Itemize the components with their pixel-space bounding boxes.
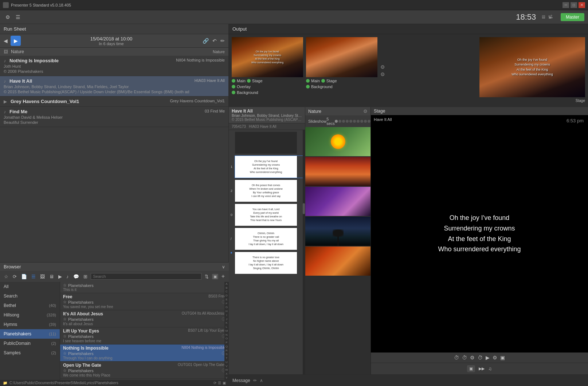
browser-image-button[interactable]: 🖼 — [39, 273, 46, 280]
alpha-c[interactable]: C — [226, 290, 228, 293]
dot-7[interactable] — [357, 120, 360, 123]
alpha-h[interactable]: H — [226, 310, 228, 313]
browser-history-button[interactable]: ⟳ — [12, 273, 18, 280]
slide-chorus[interactable]: 0 You can have it all, LordEvery part of… — [235, 204, 305, 226]
alpha-s[interactable]: S — [226, 352, 227, 356]
rs-item-find-me[interactable]: ♪ Find Me 03 Find Me Jonathan David & Me… — [0, 107, 228, 127]
browser-song-header[interactable]: ☆ Planetshakers This is it — [60, 282, 229, 293]
browser-cat-publicdomain[interactable]: PublicDomain (2) — [0, 339, 60, 348]
output-large-screen[interactable]: Oh the joy I've foundSurrendering my cro… — [479, 37, 585, 97]
list-icon[interactable]: ☰ — [14, 13, 22, 21]
grid-view-icon[interactable]: ▣ — [223, 381, 226, 385]
dot-5[interactable] — [349, 120, 352, 123]
slide-last[interactable]: There is no greater loveNo higher name a… — [235, 252, 305, 274]
close-button[interactable]: ✕ — [579, 2, 585, 8]
master-button[interactable]: Master — [561, 13, 584, 21]
browser-cat-planetshakers[interactable]: Planetshakers (11) — [0, 329, 60, 339]
alpha-l[interactable]: L — [226, 325, 227, 328]
browser-cat-samples[interactable]: Samples (2) — [0, 348, 60, 358]
alpha-j[interactable]: J — [226, 318, 227, 321]
dot-3[interactable] — [342, 120, 345, 123]
rs-section-nature[interactable]: 🖼 Nature Nature — [0, 48, 228, 56]
minimize-button[interactable]: ─ — [562, 2, 569, 8]
rs-play-button[interactable]: ▶ — [11, 36, 21, 46]
browser-sort-button[interactable]: ⇅ — [204, 273, 210, 280]
browser-cat-bethel[interactable]: Bethel (40) — [0, 301, 60, 310]
alpha-b[interactable]: B — [226, 286, 227, 290]
stage-timer1-btn[interactable]: ⏱ — [462, 355, 467, 361]
browser-song-free[interactable]: Free BS03 Free ☆ Planetshakers ⓘ You sav… — [60, 293, 229, 310]
output-screen2-main[interactable] — [306, 37, 377, 77]
rs-item-grey-havens[interactable]: ▶ Grey Havens Countdown_Vol1 Grey Havens… — [0, 96, 228, 107]
alpha-k[interactable]: K — [226, 321, 227, 324]
dot-2[interactable] — [338, 120, 341, 123]
browser-video-button[interactable]: ▶ — [57, 273, 63, 280]
alpha-o[interactable]: O — [226, 337, 228, 340]
message-expand-btn[interactable]: ∧ — [260, 378, 263, 383]
stage-config2-btn[interactable]: ⚙ — [493, 355, 497, 361]
browser-add-button[interactable]: + — [220, 272, 226, 280]
slide-1[interactable]: 1 Oh the joy I've foundSurrendering my c… — [235, 155, 305, 178]
star-icon-5[interactable]: ☆ — [63, 368, 67, 373]
alpha-m[interactable]: M — [226, 329, 228, 332]
nature-thumb-2[interactable] — [305, 157, 371, 186]
alpha-g[interactable]: G — [226, 306, 228, 309]
browser-screen-button[interactable]: 🖥 — [48, 273, 55, 280]
rs-edit-button[interactable]: ✏ — [220, 37, 226, 44]
browser-cat-hymns[interactable]: Hymns (39) — [0, 320, 60, 329]
adjust-icon-2[interactable]: ⚙ — [380, 71, 385, 77]
stage-present-btn[interactable]: ▣ — [467, 365, 475, 372]
browser-doc-button[interactable]: 📄 — [20, 273, 28, 280]
list-view-icon[interactable]: ☰ — [218, 381, 221, 385]
star-icon-3[interactable]: ☆ — [63, 334, 67, 339]
browser-star-button[interactable]: ☆ — [3, 273, 9, 280]
stage-clock-btn[interactable]: ⏱ — [454, 355, 459, 361]
alpha-n[interactable]: N — [226, 333, 228, 336]
browser-song-nothing-impossible[interactable]: Nothing Is Impossible NII04 Nothing is I… — [60, 344, 229, 362]
alpha-r[interactable]: R — [226, 349, 228, 352]
alpha-i[interactable]: I — [226, 314, 227, 317]
rs-item-have-it-all[interactable]: ♪ Have It All HIA03 Have It All Brian Jo… — [0, 76, 228, 96]
maximize-button[interactable]: □ — [571, 2, 577, 8]
star-icon-4[interactable]: ☆ — [63, 351, 67, 356]
stage-screen-btn[interactable]: ▣ — [500, 355, 505, 361]
star-icon-0[interactable]: ☆ — [63, 283, 67, 288]
browser-collapse-icon[interactable]: ∨ — [222, 264, 225, 269]
alpha-q[interactable]: Q — [226, 345, 228, 348]
dot-8[interactable] — [360, 120, 363, 123]
star-icon-2[interactable]: ☆ — [63, 317, 67, 322]
browser-song-lift-up[interactable]: Lift Up Your Eyes BS07 Lift Up Your Eyes… — [60, 327, 229, 344]
browser-chat-button[interactable]: 💬 — [72, 273, 80, 280]
alpha-u[interactable]: U — [226, 361, 228, 364]
nature-thumb-5[interactable] — [305, 247, 371, 276]
rs-link-button[interactable]: 🔗 — [202, 37, 209, 44]
browser-cat-search[interactable]: Search — [0, 291, 60, 301]
slide-bridge[interactable]: / Ohhhh, OhhhhThere is no greater callTh… — [235, 228, 305, 250]
browser-list-button[interactable]: ☰ — [30, 273, 37, 280]
alpha-e[interactable]: E — [226, 298, 227, 301]
alpha-t[interactable]: T — [226, 357, 228, 360]
dot-1[interactable] — [335, 120, 338, 123]
stage-play-btn[interactable]: ▶ — [486, 355, 490, 361]
browser-grid-button[interactable]: ▣ — [212, 274, 218, 279]
alpha-a[interactable]: A — [226, 282, 227, 285]
browser-song-its-all[interactable]: It's All About Jesus OUTG04 Its All Abou… — [60, 310, 229, 327]
rs-item-nothing-impossible[interactable]: ♪ Nothing Is Impossible NII04 Nothing is… — [0, 56, 228, 76]
message-edit-btn[interactable]: ✏ — [253, 378, 257, 383]
dot-9[interactable] — [364, 120, 367, 123]
rs-undo-button[interactable]: ↶ — [212, 37, 217, 44]
slide-scrollbar[interactable] — [303, 130, 305, 374]
nature-thumb-3[interactable] — [305, 187, 371, 216]
slide-blank[interactable] — [235, 131, 305, 154]
browser-song-open-gate[interactable]: Open Up The Gate OUTG01 Open Up The Gate… — [60, 362, 229, 379]
alpha-d[interactable]: D — [226, 294, 228, 297]
nature-thumb-4[interactable] — [305, 217, 371, 246]
rs-back-button[interactable]: ◀ — [3, 37, 8, 44]
dot-10[interactable] — [368, 120, 371, 123]
settings-icon[interactable]: ⚙ — [4, 13, 12, 21]
alpha-y[interactable]: Y — [226, 376, 227, 379]
refresh-icon[interactable]: ⟳ — [213, 381, 216, 385]
stage-music-btn[interactable]: ♫ — [488, 365, 492, 372]
star-icon-1[interactable]: ☆ — [63, 300, 67, 304]
output-screen1-main[interactable]: Oh the joy I've foundSurrendering my cro… — [232, 37, 303, 77]
